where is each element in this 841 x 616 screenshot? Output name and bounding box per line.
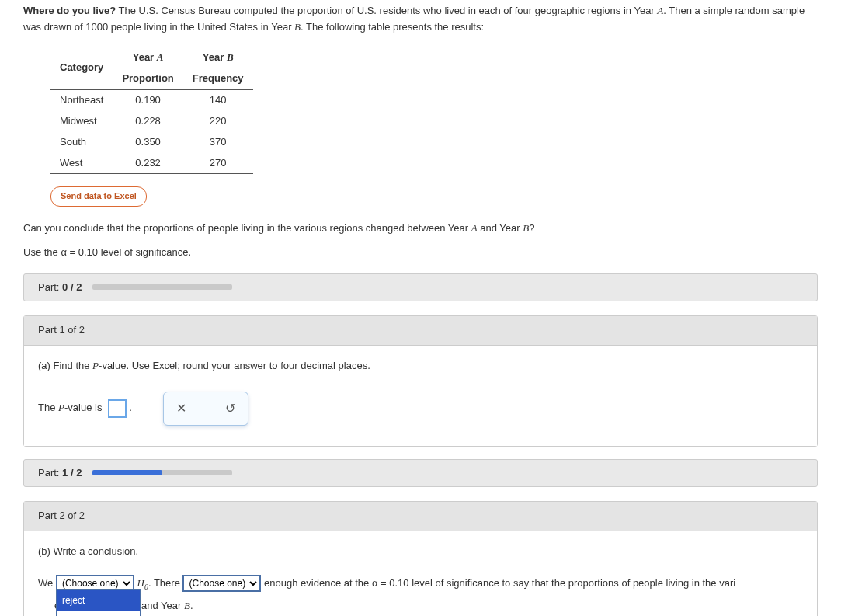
part1-panel: Part 1 of 2 (a) Find the P-value. Use Ex… [23, 315, 818, 446]
table-row: Midwest0.228220 [50, 111, 253, 132]
choice1-options: reject do not reject [56, 589, 141, 616]
pvalue-label: The P-value is [38, 400, 102, 416]
part1-header: Part 1 of 2 [24, 316, 817, 346]
clear-icon[interactable]: ✕ [176, 398, 186, 419]
send-to-excel-button[interactable]: Send data to Excel [50, 186, 147, 207]
significance-line: Use the α = 0.10 level of significance. [23, 245, 818, 261]
reset-icon[interactable]: ↺ [225, 398, 235, 419]
progress-bar [92, 470, 232, 475]
table-row: South0.350370 [50, 132, 253, 153]
progress-row-0: Part: 0 / 2 [23, 273, 818, 302]
table-row: Northeast0.190140 [50, 90, 253, 111]
h0-symbol: H0 [137, 577, 148, 589]
part2-panel: Part 2 of 2 (b) Write a conclusion. We (… [23, 501, 818, 616]
col-frequency: Frequency [183, 68, 253, 90]
choice2-select[interactable]: (Choose one) [182, 575, 261, 592]
action-pill: ✕ ↺ [163, 392, 248, 426]
option-reject[interactable]: reject [57, 590, 140, 611]
data-table: Category Year A Year B Proportion Freque… [50, 47, 253, 175]
progress-row-1: Part: 1 / 2 [23, 459, 818, 488]
col-proportion: Proportion [113, 68, 182, 90]
part1-prompt: (a) Find the P-value. Use Excel; round y… [38, 358, 803, 374]
pvalue-input[interactable] [108, 399, 127, 418]
option-do-not-reject[interactable]: do not reject [57, 611, 140, 616]
intro-title: Where do you live? [23, 5, 116, 16]
choice1-dropdown[interactable]: (Choose one) reject do not reject [56, 572, 134, 593]
part2-header: Part 2 of 2 [24, 502, 817, 531]
col-yearA-top: Year A [113, 47, 182, 68]
question-intro: Where do you live? The U.S. Census Burea… [23, 3, 818, 36]
conclusion-question: Can you conclude that the proportions of… [23, 221, 818, 237]
progress-bar [92, 284, 232, 290]
col-yearB-top: Year B [183, 47, 253, 68]
table-row: West0.232270 [50, 153, 253, 174]
part2-prompt: (b) Write a conclusion. [38, 544, 803, 560]
col-category: Category [50, 47, 113, 90]
